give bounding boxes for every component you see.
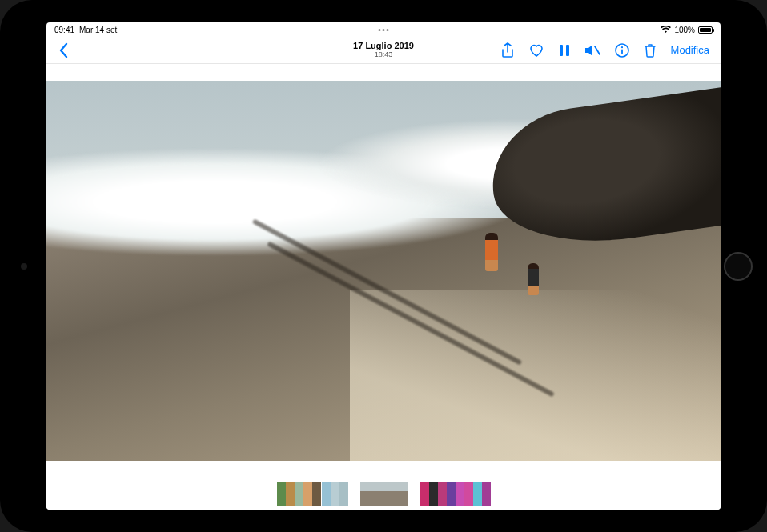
trash-icon (644, 43, 657, 58)
pause-button[interactable] (559, 44, 570, 57)
thumbnail-current[interactable] (360, 482, 408, 506)
multitask-handle[interactable] (379, 29, 389, 31)
back-button[interactable] (58, 42, 69, 58)
share-button[interactable] (501, 42, 514, 58)
status-time: 09:41 (54, 26, 74, 34)
svg-rect-1 (566, 45, 569, 56)
photo-viewer[interactable] (46, 64, 721, 478)
battery-percent: 100% (674, 26, 695, 34)
status-date: Mar 14 set (79, 26, 117, 34)
thumbnail[interactable] (420, 482, 429, 506)
pause-icon (559, 44, 570, 57)
screen: 09:41 Mar 14 set 100% 17 Luglio 2019 18:… (46, 22, 721, 510)
heart-icon (528, 43, 544, 58)
thumbnail[interactable] (331, 482, 339, 506)
delete-button[interactable] (644, 43, 657, 58)
thumbnail[interactable] (303, 482, 312, 506)
toolbar: 17 Luglio 2019 18:43 (46, 37, 721, 64)
thumbnail[interactable] (429, 482, 438, 506)
thumbnail[interactable] (277, 482, 286, 506)
thumbnail[interactable] (322, 482, 331, 506)
ipad-device-frame: 09:41 Mar 14 set 100% 17 Luglio 2019 18:… (0, 0, 767, 532)
thumbnail[interactable] (464, 482, 473, 506)
thumbnail[interactable] (456, 482, 464, 506)
thumbnail[interactable] (482, 482, 491, 506)
info-icon (615, 43, 629, 58)
speaker-muted-icon (584, 44, 600, 57)
thumbnail[interactable] (339, 482, 348, 506)
photo-time: 18:43 (353, 51, 414, 58)
svg-rect-4 (621, 49, 623, 54)
photo-title: 17 Luglio 2019 18:43 (353, 42, 414, 58)
photo-date: 17 Luglio 2019 (353, 42, 414, 51)
thumbnail[interactable] (438, 482, 447, 506)
thumbnail[interactable] (286, 482, 295, 506)
svg-rect-0 (560, 45, 563, 56)
thumbnail[interactable] (473, 482, 482, 506)
mute-button[interactable] (584, 44, 600, 57)
front-camera (21, 263, 27, 270)
thumbnail-scrubber[interactable] (46, 478, 721, 510)
wifi-icon (661, 26, 671, 34)
status-bar: 09:41 Mar 14 set 100% (46, 22, 721, 37)
thumbnail[interactable] (447, 482, 456, 506)
thumbnail[interactable] (312, 482, 321, 506)
edit-button[interactable]: Modifica (671, 44, 709, 56)
thumbnail[interactable] (295, 482, 303, 506)
home-button[interactable] (724, 252, 753, 281)
info-button[interactable] (615, 43, 629, 58)
svg-point-3 (620, 46, 622, 48)
favorite-button[interactable] (528, 43, 544, 58)
battery-icon (698, 26, 713, 34)
share-icon (501, 42, 514, 58)
photo-content (46, 81, 721, 462)
